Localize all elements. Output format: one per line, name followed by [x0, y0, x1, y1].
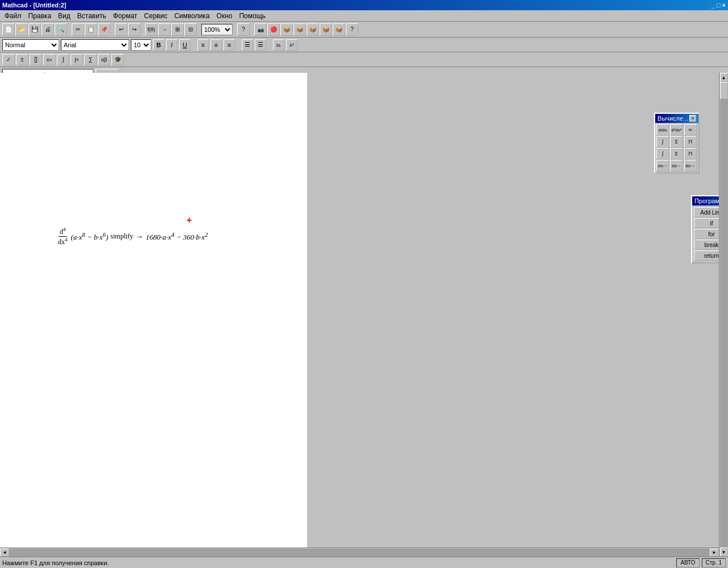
- page-area: + d4 dx4 (a·x8 − b·x6) simplify → 1680·a…: [0, 73, 307, 557]
- status-mode: АВТО: [676, 558, 699, 567]
- workspace: + d4 dx4 (a·x8 − b·x6) simplify → 1680·a…: [0, 73, 719, 557]
- vychisle-panel: Вычисле... × d/dx d²/dx² ∞ ∫ Σ Π ∫ Σ Π l…: [654, 113, 700, 174]
- menu-bar: Файл Правка Вид Вставить Формат Сервис С…: [0, 10, 728, 22]
- cut-button[interactable]: ✂: [72, 23, 84, 36]
- menu-service[interactable]: Сервис: [140, 11, 171, 21]
- menu-file[interactable]: Файл: [1, 11, 25, 21]
- scroll-right-button[interactable]: ►: [710, 549, 719, 557]
- calc-sum-bot[interactable]: Σ: [670, 148, 682, 159]
- plusminus-button[interactable]: ±: [16, 54, 28, 65]
- italic-button[interactable]: I: [166, 39, 177, 51]
- status-bar: Нажмите F1 для получения справки. АВТО С…: [0, 557, 728, 568]
- close-button[interactable]: ×: [722, 2, 726, 9]
- menu-format[interactable]: Формат: [110, 11, 141, 21]
- calc-indef-int[interactable]: ∫: [656, 136, 669, 147]
- maximize-button[interactable]: □: [717, 2, 721, 9]
- menu-symbolics[interactable]: Символика: [171, 11, 213, 21]
- calc-lim3[interactable]: lim→: [684, 160, 697, 171]
- calc-prod-top[interactable]: Π: [684, 136, 697, 147]
- size-select[interactable]: 10: [131, 39, 151, 51]
- scroll-down-button[interactable]: ▼: [720, 548, 728, 557]
- calc-def-int[interactable]: ∫: [656, 148, 669, 159]
- vychisle-close-button[interactable]: ×: [689, 115, 696, 122]
- geq-button[interactable]: ∫<: [71, 54, 83, 65]
- scroll-track-horizontal: [9, 549, 710, 557]
- status-page: Стр. 1: [702, 558, 726, 567]
- check-symbol-button[interactable]: ✓: [2, 54, 15, 65]
- minimize-button[interactable]: _: [712, 2, 715, 9]
- resource-button5[interactable]: 📦: [307, 23, 319, 36]
- resource-button8[interactable]: ?: [346, 23, 358, 36]
- resource-button1[interactable]: 📷: [254, 23, 267, 36]
- scroll-up-button[interactable]: ▲: [720, 73, 728, 82]
- subscript-button[interactable]: x₁: [273, 39, 284, 51]
- horizontal-scrollbar: ◄ ►: [0, 548, 719, 557]
- status-hint: Нажмите F1 для получения справки.: [2, 559, 109, 566]
- calc-lim1[interactable]: lim→: [656, 160, 669, 171]
- resource-button2[interactable]: 🔴: [267, 23, 280, 36]
- calc-lim2[interactable]: lim→: [670, 160, 682, 171]
- xeq-button[interactable]: x=: [43, 54, 56, 65]
- align-left-button[interactable]: ≡: [197, 39, 209, 51]
- superscript-button[interactable]: x¹: [286, 39, 297, 51]
- resource-button4[interactable]: 📦: [293, 23, 306, 36]
- underline-button[interactable]: U: [179, 39, 191, 51]
- title-text: Mathcad - [Untitled:2]: [2, 2, 66, 9]
- copy-button[interactable]: 📋: [85, 23, 97, 36]
- bold-button[interactable]: B: [153, 39, 164, 51]
- scroll-left-button[interactable]: ◄: [0, 549, 9, 557]
- matrix-button[interactable]: ⊟: [184, 23, 197, 36]
- function-button[interactable]: f(θ): [145, 23, 158, 36]
- component-button[interactable]: ⊞: [171, 23, 184, 36]
- resource-button3[interactable]: 📦: [280, 23, 293, 36]
- list-button1[interactable]: ☰: [242, 39, 253, 51]
- alpha-button[interactable]: αβ: [98, 54, 110, 65]
- title-controls: _ □ ×: [712, 2, 726, 9]
- resource-button7[interactable]: 📦: [333, 23, 345, 36]
- grad-button[interactable]: 🎓: [111, 54, 124, 65]
- menu-window[interactable]: Окно: [213, 11, 236, 21]
- list-button2[interactable]: ☰: [255, 39, 266, 51]
- preview-button[interactable]: 🔍: [55, 23, 67, 36]
- help-button[interactable]: ?: [237, 23, 250, 36]
- menu-view[interactable]: Вид: [55, 11, 74, 21]
- scroll-track-vertical: [720, 82, 728, 548]
- open-button[interactable]: 📂: [15, 23, 28, 36]
- font-select[interactable]: Arial: [61, 39, 129, 51]
- right-area: Вычисле... × d/dx d²/dx² ∞ ∫ Σ Π ∫ Σ Π l…: [307, 73, 719, 557]
- scroll-thumb-vertical[interactable]: [720, 82, 728, 99]
- integral-button[interactable]: ∫: [57, 54, 69, 65]
- vychisle-title[interactable]: Вычисле... ×: [655, 114, 698, 123]
- menu-edit[interactable]: Правка: [25, 11, 55, 21]
- calc-sum-top[interactable]: Σ: [670, 136, 682, 147]
- menu-help[interactable]: Помощь: [235, 11, 268, 21]
- math-expression[interactable]: d4 dx4 (a·x8 − b·x6) simplify → 1680·a·x…: [57, 227, 208, 246]
- sum-button[interactable]: ∑: [84, 54, 97, 65]
- calc-deriv1[interactable]: d/dx: [656, 124, 669, 135]
- zoom-select[interactable]: 100%: [201, 24, 233, 35]
- style-select[interactable]: Normal: [2, 39, 59, 51]
- align-right-button[interactable]: ≡: [224, 39, 235, 51]
- brackets-button[interactable]: []: [30, 54, 42, 65]
- insert-ref-button[interactable]: →: [158, 23, 171, 36]
- save-button[interactable]: 💾: [28, 23, 41, 36]
- calc-deriv2[interactable]: d²/dx²: [670, 124, 682, 135]
- undo-button[interactable]: ↩: [115, 23, 127, 36]
- vertical-scrollbar: ▲ ▼: [719, 73, 728, 557]
- main-toolbar: 📄 📂 💾 🖨 🔍 ✂ 📋 📌 ↩ ↪ f(θ) → ⊞ ⊟ 100% ? 📷 …: [0, 22, 728, 38]
- new-button[interactable]: 📄: [2, 23, 15, 36]
- print-button[interactable]: 🖨: [42, 23, 54, 36]
- cursor-plus: +: [187, 215, 192, 225]
- align-center-button[interactable]: ≡: [210, 39, 222, 51]
- menu-insert[interactable]: Вставить: [74, 11, 110, 21]
- calc-inf[interactable]: ∞: [684, 124, 697, 135]
- redo-button[interactable]: ↪: [128, 23, 140, 36]
- title-bar: Mathcad - [Untitled:2] _ □ ×: [0, 0, 728, 10]
- resource-button6[interactable]: 📦: [320, 23, 332, 36]
- calc-prod-bot[interactable]: Π: [684, 148, 697, 159]
- symbol-toolbar: ✓ ± [] x= ∫ ∫< ∑ αβ 🎓: [0, 52, 728, 67]
- formatting-toolbar: Normal Arial 10 B I U ≡ ≡ ≡ ☰ ☰ x₁ x¹: [0, 38, 728, 52]
- paste-button[interactable]: 📌: [98, 23, 110, 36]
